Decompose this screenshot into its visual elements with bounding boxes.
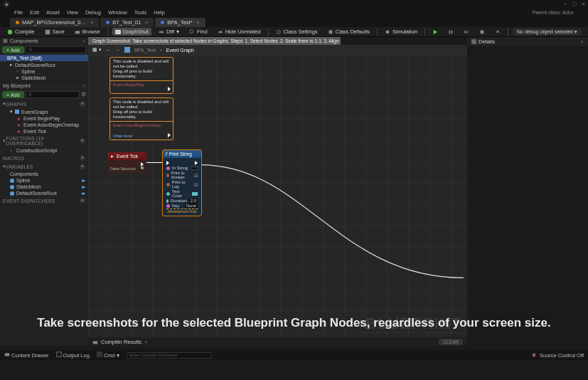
breadcrumb-current[interactable]: Event Graph — [166, 48, 194, 53]
add-function-button[interactable]: + — [80, 138, 85, 144]
nav-forward[interactable]: → — [115, 48, 120, 53]
menu-help[interactable]: Help — [154, 9, 164, 16]
compiler-results-tab[interactable]: Compiler Results× CLEAR — [88, 337, 467, 347]
close-icon[interactable]: × — [90, 20, 93, 25]
component-item[interactable]: Spline — [0, 68, 88, 75]
play-button[interactable] — [429, 28, 441, 36]
my-blueprint-title: My Blueprint — [3, 83, 31, 88]
menubar: File Edit Asset View Debug Window Tools … — [0, 8, 588, 17]
svg-rect-8 — [328, 30, 332, 33]
add-macro-button[interactable]: + — [80, 155, 85, 161]
parent-class-label[interactable]: Parent class: Actor — [533, 10, 574, 15]
graph-canvas[interactable]: This node is disabled and will not be ca… — [88, 55, 467, 337]
macros-category[interactable]: MACROS+ — [0, 154, 88, 162]
nav-back[interactable]: ← — [106, 48, 111, 53]
variable-item[interactable]: StaticMesh — [0, 184, 88, 190]
menu-asset[interactable]: Asset — [46, 9, 60, 16]
visibility-icon[interactable] — [81, 191, 85, 196]
event-item[interactable]: Event ActorBeginOverlap — [0, 122, 88, 128]
variable-group[interactable]: Components — [0, 171, 88, 177]
menu-view[interactable]: View — [67, 9, 78, 16]
tab-bt-test[interactable]: BT_Test_01× — [100, 18, 154, 27]
add-dispatcher-button[interactable]: + — [80, 198, 85, 204]
output-log-button[interactable]: Output Log — [56, 352, 90, 359]
add-graph-button[interactable]: + — [80, 101, 85, 107]
graphs-category[interactable]: ▾ GRAPHS+ — [0, 100, 88, 108]
svg-rect-24 — [124, 47, 130, 53]
settings-icon[interactable]: ⚙ — [81, 91, 86, 98]
node-begin-play-disabled[interactable]: This node is disabled and will not be ca… — [109, 57, 173, 94]
hide-unrelated-button[interactable]: Hide Unrelated — [215, 28, 264, 36]
menu-file[interactable]: File — [14, 9, 23, 16]
find-button[interactable]: Find — [186, 28, 210, 36]
node-event-tick[interactable]: Event Tick Delta Seconds — [107, 152, 146, 173]
components-panel: Components× + Add BPA_Test (Self) ▸ Defa… — [0, 37, 88, 81]
graphshot-button[interactable]: GraphShot — [112, 28, 151, 36]
close-button[interactable]: × — [582, 1, 585, 7]
close-icon[interactable]: × — [82, 38, 85, 43]
event-item[interactable]: Event BeginPlay — [0, 115, 88, 122]
variable-item[interactable]: Spline — [0, 177, 88, 184]
close-icon[interactable]: × — [82, 83, 85, 88]
cmd-label[interactable]: Cmd ▾ — [97, 352, 119, 359]
dispatchers-category[interactable]: EVENT DISPATCHERS+ — [0, 196, 88, 205]
minimize-button[interactable]: − — [564, 1, 567, 7]
nav-dropdown[interactable]: ▦ ▾ — [92, 47, 102, 53]
ue-logo: ◆ — [3, 1, 10, 8]
simulation-button[interactable]: Simulation — [382, 28, 420, 36]
variable-item[interactable]: DefaultSceneRoot — [0, 190, 88, 196]
menu-edit[interactable]: Edit — [30, 9, 39, 16]
components-search[interactable] — [26, 46, 86, 53]
svg-rect-10 — [449, 30, 451, 33]
console-input[interactable]: Enter Console Command — [127, 352, 212, 359]
add-component-button[interactable]: + Add — [2, 46, 24, 53]
source-control-button[interactable]: Source Control Off — [531, 352, 584, 359]
pause-button[interactable] — [445, 28, 456, 36]
add-variable-button[interactable]: + — [80, 164, 85, 169]
stop-button[interactable] — [476, 28, 488, 36]
content-drawer-button[interactable]: Content Drawer — [4, 352, 49, 359]
diff-button[interactable]: Diff ▾ — [156, 28, 182, 36]
component-item[interactable]: ▸ DefaultSceneRoot — [0, 61, 88, 68]
menu-tools[interactable]: Tools — [134, 9, 147, 16]
visibility-icon[interactable] — [81, 179, 85, 183]
tab-map[interactable]: MAP_BPGScreenshot_0…× — [10, 18, 99, 27]
svg-rect-27 — [5, 353, 9, 356]
variables-category[interactable]: ▾ VARIABLES+ — [0, 162, 88, 171]
graphshot-tooltip: Graph Screenshot: Take screenshots of se… — [88, 37, 341, 45]
close-icon[interactable]: × — [581, 38, 584, 45]
component-item[interactable]: StaticMesh — [0, 75, 88, 81]
close-icon[interactable]: × — [145, 20, 148, 25]
eventgraph-item[interactable]: ▾ EventGraph — [0, 108, 88, 115]
eject-button[interactable] — [492, 28, 503, 36]
svg-rect-2 — [75, 31, 79, 33]
event-item[interactable]: Event Tick — [0, 128, 88, 134]
svg-point-21 — [82, 179, 85, 181]
visibility-icon[interactable] — [81, 185, 85, 189]
node-print-string[interactable]: fPrint String In String Print to Screen … — [162, 149, 202, 216]
skip-button[interactable] — [461, 28, 472, 36]
save-button[interactable]: Save — [42, 28, 68, 36]
breadcrumb-root[interactable]: BPA_Test — [134, 48, 156, 53]
blueprint-search[interactable] — [26, 91, 80, 98]
browse-button[interactable]: Browse — [72, 28, 103, 36]
clear-button[interactable]: CLEAR — [439, 339, 463, 345]
debug-object-selector[interactable]: No debug object selected ▾ — [513, 28, 582, 36]
class-settings-button[interactable]: Class Settings — [273, 28, 321, 36]
compile-button[interactable]: Compile — [4, 28, 38, 36]
svg-point-30 — [533, 354, 536, 357]
svg-rect-19 — [15, 110, 19, 114]
maximize-button[interactable]: □ — [572, 1, 576, 7]
close-icon[interactable]: × — [144, 339, 147, 345]
add-blueprint-button[interactable]: + Add — [2, 91, 24, 98]
svg-point-4 — [159, 31, 161, 33]
component-root[interactable]: BPA_Test (Self) — [0, 55, 88, 61]
tab-bpa-test[interactable]: BPA_Test*× — [155, 18, 205, 27]
function-item[interactable]: f ConstructionScript — [0, 147, 88, 154]
node-overlap-disabled[interactable]: This node is disabled and will not be ca… — [109, 97, 173, 140]
functions-category[interactable]: ▾ FUNCTIONS (19 OVERRIDABLE)+ — [0, 134, 88, 147]
close-icon[interactable]: × — [197, 20, 200, 25]
class-defaults-button[interactable]: Class Defaults — [325, 28, 373, 36]
menu-window[interactable]: Window — [108, 9, 127, 16]
menu-debug[interactable]: Debug — [85, 9, 101, 16]
